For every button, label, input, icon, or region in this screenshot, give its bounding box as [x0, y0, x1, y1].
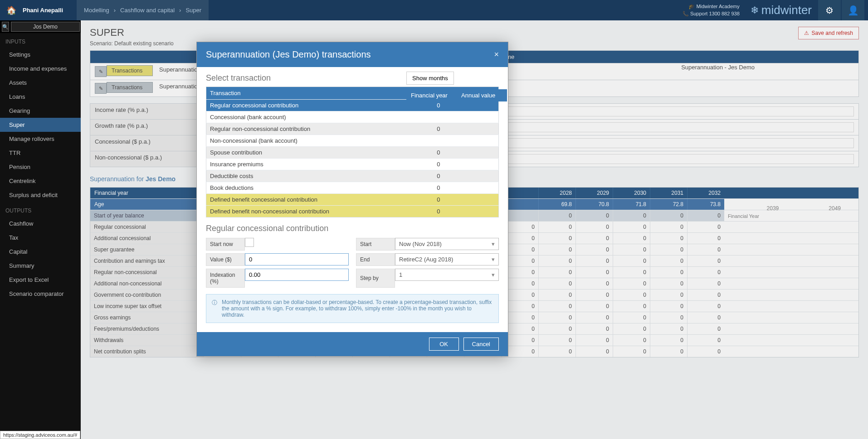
start-select[interactable]: Now (Nov 2018)▾	[395, 238, 499, 250]
status-bar: https://staging.adviceos.com.au/#	[0, 431, 80, 439]
sidebar-item-export[interactable]: Export to Excel	[0, 273, 81, 287]
breadcrumb: Modelling › Cashflow and capital › Super	[77, 0, 209, 20]
transaction-row[interactable]: Non-concessional (bank account)	[206, 135, 499, 147]
info-box: ⓘ Monthly transactions can be dollar-bas…	[206, 294, 499, 323]
transaction-row[interactable]: Regular non-concessional contribution0	[206, 123, 499, 135]
chevron-right-icon: ›	[114, 7, 116, 14]
chevron-down-icon: ▾	[492, 241, 495, 247]
info-icon: ⓘ	[212, 299, 217, 318]
sidebar-item-centrelink[interactable]: Centrelink	[0, 174, 81, 188]
outputs-header: OUTPUTS	[0, 202, 81, 217]
gear-icon[interactable]: ⚙	[818, 0, 841, 20]
transaction-row[interactable]: Insurance premiums0	[206, 159, 499, 170]
sidebar-item-assets[interactable]: Assets	[0, 76, 81, 90]
form-header: Regular concessional contribution	[206, 224, 499, 233]
transaction-row[interactable]: Defined benefit non-concessional contrib…	[206, 206, 499, 217]
transaction-row[interactable]: Defined benefit concessional contributio…	[206, 194, 499, 206]
indexation-input[interactable]	[245, 269, 349, 281]
sidebar-item-tax[interactable]: Tax	[0, 231, 81, 245]
inputs-header: INPUTS	[0, 33, 81, 48]
modal-title-bar: Superannuation (Jes Demo) transactions ×	[197, 42, 508, 67]
modal-footer: OK Cancel	[197, 332, 508, 356]
sidebar-item-comparator[interactable]: Scenario comparator	[0, 287, 81, 301]
transaction-row[interactable]: Concessional (bank account)	[206, 111, 499, 123]
client-search: 🔍	[0, 20, 81, 33]
transaction-row[interactable]: Deductible costs0	[206, 170, 499, 182]
indexation-label: Indexation (%)	[206, 269, 245, 288]
current-user[interactable]: Phani Anepalli	[23, 7, 77, 14]
ok-button[interactable]: OK	[429, 338, 459, 351]
brand-logo[interactable]: ❄midwinter	[744, 0, 818, 20]
show-months-button[interactable]: Show months	[406, 72, 454, 85]
sidebar-item-income[interactable]: Income and expenses	[0, 62, 81, 76]
sidebar: 🔍 INPUTS Settings Income and expenses As…	[0, 20, 81, 439]
cancel-button[interactable]: Cancel	[463, 338, 499, 351]
sidebar-item-pension[interactable]: Pension	[0, 160, 81, 174]
value-input[interactable]	[245, 253, 349, 265]
startnow-label: Start now	[206, 238, 245, 251]
end-label: End	[356, 253, 395, 266]
crumb-super[interactable]: Super	[185, 7, 201, 14]
topbar-right: 🎓 Midwinter Academy 📞 Support 1300 882 9…	[678, 0, 868, 20]
startnow-checkbox[interactable]	[245, 238, 254, 247]
sidebar-item-surplus[interactable]: Surplus and deficit	[0, 188, 81, 202]
chevron-right-icon: ›	[179, 7, 181, 14]
stepby-select[interactable]: 1▾	[395, 269, 499, 281]
topbar: 🏠 Phani Anepalli Modelling › Cashflow an…	[0, 0, 868, 20]
right-panel-header: Financial year Annual value	[406, 89, 507, 101]
sidebar-item-summary[interactable]: Summary	[0, 259, 81, 273]
value-label: Value ($)	[206, 253, 245, 266]
sidebar-item-ttr[interactable]: TTR	[0, 146, 81, 160]
sidebar-item-loans[interactable]: Loans	[0, 90, 81, 104]
crumb-cashflow[interactable]: Cashflow and capital	[120, 7, 175, 14]
sidebar-item-rollovers[interactable]: Manage rollovers	[0, 132, 81, 146]
search-icon[interactable]: 🔍	[2, 22, 9, 32]
modal-right-panel: Show months Financial year Annual value	[406, 72, 507, 101]
crumb-modelling[interactable]: Modelling	[84, 7, 109, 14]
home-icon[interactable]: 🏠	[0, 5, 23, 15]
sidebar-item-super[interactable]: Super	[0, 118, 81, 132]
sidebar-item-gearing[interactable]: Gearing	[0, 104, 81, 118]
transaction-row[interactable]: Spouse contribution0	[206, 147, 499, 159]
chevron-down-icon: ▾	[492, 271, 495, 278]
sidebar-item-cashflow[interactable]: Cashflow	[0, 217, 81, 231]
start-label: Start	[356, 238, 395, 251]
support-text: Support 1300 882 938	[690, 11, 740, 16]
snowflake-icon: ❄	[751, 5, 759, 16]
client-input[interactable]	[11, 22, 80, 32]
transaction-table: Transaction Amount ($) Start End Regular…	[206, 87, 499, 217]
top-info: 🎓 Midwinter Academy 📞 Support 1300 882 9…	[678, 1, 744, 19]
sidebar-item-settings[interactable]: Settings	[0, 48, 81, 62]
transaction-row[interactable]: Book deductions0	[206, 182, 499, 194]
chevron-down-icon: ▾	[492, 256, 495, 263]
end-select[interactable]: RetireC2 (Aug 2018)▾	[395, 253, 499, 265]
sidebar-item-capital[interactable]: Capital	[0, 245, 81, 259]
modal-title: Superannuation (Jes Demo) transactions	[206, 49, 371, 60]
user-icon[interactable]: 👤	[842, 0, 864, 20]
stepby-label: Step by	[356, 269, 395, 288]
info-text: Monthly transactions can be dollar-based…	[222, 299, 493, 318]
close-icon[interactable]: ×	[494, 50, 499, 59]
academy-link[interactable]: Midwinter Academy	[696, 4, 739, 9]
th-transaction: Transaction	[206, 87, 391, 100]
transaction-form: Regular concessional contribution Start …	[206, 224, 499, 288]
